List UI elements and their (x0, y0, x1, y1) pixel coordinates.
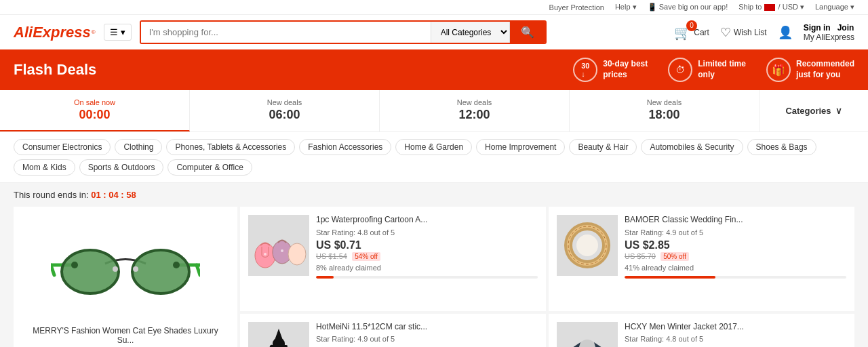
category-pills: Consumer Electronics Clothing Phones, Ta… (0, 132, 868, 183)
pill-automobiles[interactable]: Automobiles & Security (641, 139, 743, 155)
product-progress-fill-2 (625, 276, 715, 279)
tab-12[interactable]: New deals 12:00 (380, 90, 570, 131)
pill-home-garden[interactable]: Home & Garden (395, 139, 472, 155)
thirty-day-icon: 30↓ (573, 58, 597, 82)
menu-button[interactable]: ☰ ▾ (104, 24, 132, 41)
header: AliExpress ® ☰ ▾ All Categories 🔍 0 🛒 Ca… (0, 15, 868, 49)
svg-point-15 (264, 253, 267, 256)
flash-feature-2: ⏱ Limited time only (668, 58, 746, 82)
tab-18-label: New deals (580, 98, 748, 106)
pill-sports-outdoors[interactable]: Sports & Outdoors (79, 159, 164, 176)
top-bar: Buyer Protection Help ▾ 📱 Save big on ou… (0, 0, 868, 15)
signin-label[interactable]: Sign in Join (804, 23, 854, 33)
pill-consumer-electronics[interactable]: Consumer Electronics (14, 139, 111, 155)
product-image-2 (557, 215, 618, 276)
save-app: 📱 Save big on our app! (648, 3, 728, 12)
product-price-row-1: US $0.71 (316, 239, 538, 251)
help-menu[interactable]: Help ▾ (615, 3, 637, 12)
product-info-3: HotMeiNi 11.5*12CM car stic... Star Rati… (316, 322, 538, 348)
product-discount-1: 54% off (352, 252, 380, 261)
myaliexpress-label[interactable]: My AliExpress (804, 33, 854, 42)
search-button[interactable]: 🔍 (510, 22, 545, 43)
svg-point-6 (113, 266, 118, 272)
wishlist-label: Wish List (734, 28, 767, 37)
search-input[interactable] (141, 22, 431, 43)
featured-title: MERRY'S Fashion Women Cat Eye Shades Lux… (24, 326, 226, 345)
countdown-label: This round ends in: (14, 190, 89, 200)
svg-point-16 (281, 249, 283, 252)
pill-phones-tablets[interactable]: Phones, Tablets & Accessories (166, 139, 295, 155)
logo[interactable]: AliExpress ® (14, 24, 96, 41)
tab-on-sale-label: On sale now (11, 98, 178, 106)
categories-tab[interactable]: Categories ∨ (760, 90, 868, 131)
flash-feature-2-text: Limited time only (698, 59, 746, 80)
product-rating-4: Star Rating: 4.8 out of 5 (625, 335, 846, 343)
product-info-4: HCXY Men Winter Jacket 2017... Star Rati… (625, 322, 846, 348)
svg-point-7 (133, 266, 138, 272)
products-grid: MERRY'S Fashion Women Cat Eye Shades Lux… (0, 207, 868, 347)
svg-marker-23 (273, 329, 285, 346)
ship-to: Ship to / USD ▾ (738, 3, 804, 12)
flash-features: 30↓ 30-day best prices ⏱ Limited time on… (573, 58, 854, 82)
pill-shoes-bags[interactable]: Shoes & Bags (747, 139, 816, 155)
pill-home-improvement[interactable]: Home Improvement (476, 139, 565, 155)
signin-button[interactable]: 👤 (778, 25, 793, 40)
search-icon: 🔍 (521, 26, 534, 38)
featured-product[interactable]: MERRY'S Fashion Women Cat Eye Shades Lux… (14, 207, 237, 347)
pill-computer-office[interactable]: Computer & Office (167, 159, 252, 176)
pill-clothing[interactable]: Clothing (115, 139, 162, 155)
product-title-2: BAMOER Classic Wedding Fin... (625, 215, 846, 226)
product-price-2: US $2.85 (625, 239, 670, 251)
product-discount-row-1: US $1.54 54% off (316, 251, 538, 261)
product-card-1[interactable]: 1pc Waterproofing Cartoon A... Star Rati… (240, 207, 546, 311)
svg-point-9 (173, 262, 180, 268)
heart-icon: ♡ (720, 25, 731, 40)
svg-point-14 (288, 243, 306, 265)
product-claimed-1: 8% already claimed (316, 264, 538, 272)
cart-label: Cart (694, 28, 709, 37)
signin-join: Sign in Join My AliExpress (804, 23, 854, 42)
gift-icon: 🎁 (766, 58, 791, 82)
product-title-3: HotMeiNi 11.5*12CM car stic... (316, 322, 538, 333)
categories-tab-arrow: ∨ (835, 106, 842, 116)
pill-mom-kids[interactable]: Mom & Kids (14, 159, 75, 176)
flash-feature-3: 🎁 Recommended just for you (766, 58, 854, 82)
product-image-4 (557, 322, 618, 348)
product-rating-2: Star Rating: 4.9 out of 5 (625, 228, 846, 237)
tab-18[interactable]: New deals 18:00 (570, 90, 760, 131)
tab-on-sale[interactable]: On sale now 00:00 (0, 90, 190, 131)
product-progress-1 (316, 276, 538, 279)
pill-fashion-accessories[interactable]: Fashion Accessories (299, 139, 391, 155)
product-card-3[interactable]: HotMeiNi 11.5*12CM car stic... Star Rati… (240, 314, 546, 348)
product-progress-2 (625, 276, 846, 279)
wishlist-button[interactable]: ♡ Wish List (720, 25, 767, 40)
country-flag (764, 4, 775, 11)
tab-06[interactable]: New deals 06:00 (190, 90, 380, 131)
product-info-1: 1pc Waterproofing Cartoon A... Star Rati… (316, 215, 538, 303)
countdown-timer: 01 : 04 : 58 (91, 190, 136, 200)
tab-06-time: 06:00 (201, 108, 368, 122)
tab-18-time: 18:00 (580, 108, 748, 122)
currency-selector[interactable]: USD ▾ (783, 3, 804, 11)
search-bar: All Categories 🔍 (140, 20, 547, 44)
countdown-bar: This round ends in: 01 : 04 : 58 (0, 183, 868, 207)
product-discount-2: 50% off (660, 252, 689, 261)
product-title-4: HCXY Men Winter Jacket 2017... (625, 322, 846, 333)
cart-button[interactable]: 0 🛒 Cart (674, 24, 709, 41)
product-card-4[interactable]: HCXY Men Winter Jacket 2017... Star Rati… (549, 314, 854, 348)
product-image-1 (248, 215, 309, 276)
flash-banner: Flash Deals 30↓ 30-day best prices ⏱ Lim… (0, 49, 868, 90)
flash-feature-3-text: Recommended just for you (796, 59, 854, 80)
product-title-1: 1pc Waterproofing Cartoon A... (316, 215, 538, 226)
tab-on-sale-time: 00:00 (11, 108, 178, 122)
pill-beauty-hair[interactable]: Beauty & Hair (569, 139, 637, 155)
menu-arrow-icon: ▾ (121, 27, 125, 37)
product-claimed-2: 41% already claimed (625, 264, 846, 272)
buyer-protection: Buyer Protection (549, 3, 604, 12)
language-selector[interactable]: Language ▾ (815, 3, 854, 12)
product-card-2[interactable]: BAMOER Classic Wedding Fin... Star Ratin… (549, 207, 854, 311)
category-select[interactable]: All Categories (431, 22, 510, 43)
product-price-1: US $0.71 (316, 239, 361, 251)
product-progress-fill-1 (316, 276, 334, 279)
product-original-2: US $5.70 (625, 252, 656, 260)
